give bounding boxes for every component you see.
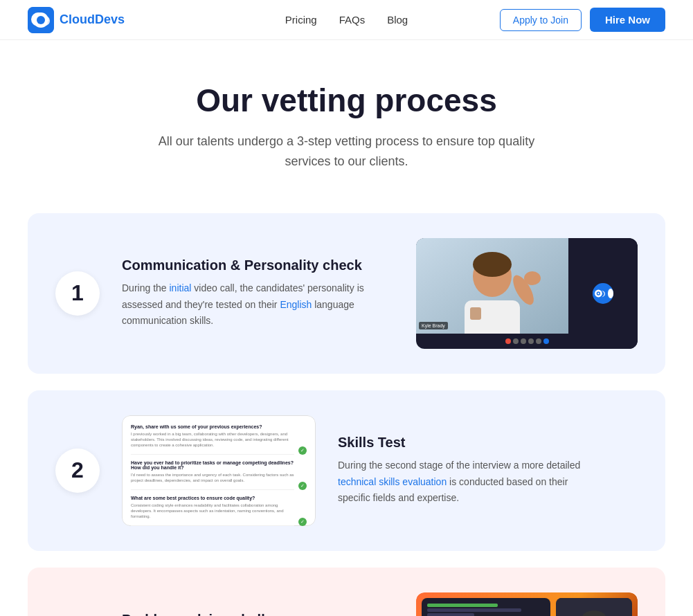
svg-point-14: [597, 292, 599, 293]
step-1-title: Communication & Personality check: [122, 257, 394, 273]
skills-q1-row: Ryan, share with us some of your previou…: [131, 424, 307, 455]
vc-side-panel: [568, 238, 638, 349]
skills-q2-row: Have you ever had to prioritize tasks or…: [131, 460, 307, 490]
navbar: CloudDevs Pricing FAQs Blog Apply to Joi…: [0, 0, 693, 40]
coding-side-panel: [556, 598, 632, 616]
skills-q3-row: What are some best practices to ensure c…: [131, 496, 307, 526]
coding-person-panel: [556, 598, 632, 616]
vc-btn-video: [521, 338, 526, 344]
vc-btn-more: [536, 338, 541, 344]
svg-point-1: [31, 12, 45, 26]
highlight-initial: initial: [169, 282, 191, 293]
code-lines: [427, 604, 545, 616]
step-2-card: 2 Ryan, share with us some of your previ…: [28, 390, 665, 551]
video-call-mockup: Kyle Brady: [416, 238, 638, 349]
q1-check: [298, 446, 307, 455]
person-svg: [416, 238, 568, 349]
vc-btn-share: [528, 338, 534, 344]
coder-person-svg: [559, 598, 629, 616]
vc-person-label: Kyle Brady: [419, 322, 448, 329]
step-2-number: 2: [55, 449, 100, 493]
step-1-card: 1 Communication & Personality check Duri…: [28, 213, 665, 374]
step-3-title: Problem solving challenge: [122, 612, 394, 616]
vc-btn-end: [505, 338, 511, 344]
logo-icon: [28, 7, 54, 33]
nav-blog[interactable]: Blog: [387, 14, 408, 26]
apply-to-join-button[interactable]: Apply to Join: [500, 9, 582, 31]
highlight-technical: technical skills evaluation: [338, 476, 447, 487]
nav-links: Pricing FAQs Blog: [285, 14, 408, 26]
q2-check: [298, 482, 307, 490]
step-1-description: During the initial video call, the candi…: [122, 280, 371, 328]
vc-person: Kyle Brady: [416, 238, 568, 349]
steps-container: 1 Communication & Personality check Duri…: [0, 192, 693, 616]
q1-title: Ryan, share with us some of your previou…: [131, 424, 294, 429]
clouddevs-logo-circle: [593, 283, 613, 304]
step-2-description: During the second stage of the interview…: [338, 458, 587, 505]
svg-point-3: [37, 17, 40, 21]
hero-subtitle: All our talents undergo a 3-step vetting…: [139, 132, 555, 172]
step-2-content: Skills Test During the second stage of t…: [338, 435, 638, 505]
vc-btn-mute: [513, 338, 519, 344]
q1-answer: I previously worked in a big team, colla…: [131, 431, 294, 449]
q3-title: What are some best practices to ensure c…: [131, 496, 294, 500]
step-3-card: 3 Problem solving challenge The final st…: [28, 568, 665, 616]
svg-point-9: [524, 271, 541, 285]
q2-answer: I'd need to assess the importance and ur…: [131, 472, 294, 484]
svg-point-2: [35, 16, 42, 23]
vc-main-panel: Kyle Brady: [416, 238, 568, 349]
vc-btn-chat: [543, 338, 549, 344]
code-line-2: [427, 608, 521, 612]
skills-q2: Have you ever had to prioritize tasks or…: [131, 460, 294, 490]
vc-control-bar: [416, 334, 638, 349]
step-2-title: Skills Test: [338, 435, 638, 451]
step-1-visual: Kyle Brady: [416, 238, 638, 349]
highlight-english: English: [280, 299, 312, 310]
svg-rect-10: [470, 307, 481, 320]
hero-title: Our vetting process: [28, 82, 665, 119]
hire-now-button[interactable]: Hire Now: [590, 8, 665, 32]
q2-title: Have you ever had to prioritize tasks or…: [131, 460, 294, 470]
logo-text: CloudDevs: [60, 12, 125, 27]
step-3-visual: ✓: [416, 592, 638, 616]
step-1-content: Communication & Personality check During…: [122, 257, 394, 328]
step-3-content: Problem solving challenge The final stag…: [122, 612, 394, 616]
step-2-visual: Ryan, share with us some of your previou…: [122, 415, 316, 526]
svg-point-6: [473, 252, 512, 277]
nav-actions: Apply to Join Hire Now: [500, 8, 665, 32]
vc-side-top: [568, 238, 638, 349]
q3-answer: Consistent coding style enhances readabi…: [131, 502, 294, 520]
hero-section: Our vetting process All our talents unde…: [0, 40, 693, 192]
coding-challenge-mockup: ✓: [416, 592, 638, 616]
nav-pricing[interactable]: Pricing: [285, 14, 317, 26]
code-line-3: [427, 613, 474, 616]
q3-check: [298, 518, 307, 526]
code-line-1: [427, 604, 498, 607]
logo[interactable]: CloudDevs: [28, 7, 125, 33]
nav-faqs[interactable]: FAQs: [339, 14, 366, 26]
code-editor-panel: ✓: [422, 598, 550, 616]
logo-part2: Devs: [95, 12, 125, 26]
cd-icon: [593, 281, 608, 306]
skills-q1: Ryan, share with us some of your previou…: [131, 424, 294, 455]
skills-test-mockup: Ryan, share with us some of your previou…: [122, 415, 316, 526]
logo-part1: Cloud: [60, 12, 95, 26]
skills-q3: What are some best practices to ensure c…: [131, 496, 294, 526]
logo-svg: [28, 7, 54, 33]
step-1-number: 1: [55, 271, 100, 316]
